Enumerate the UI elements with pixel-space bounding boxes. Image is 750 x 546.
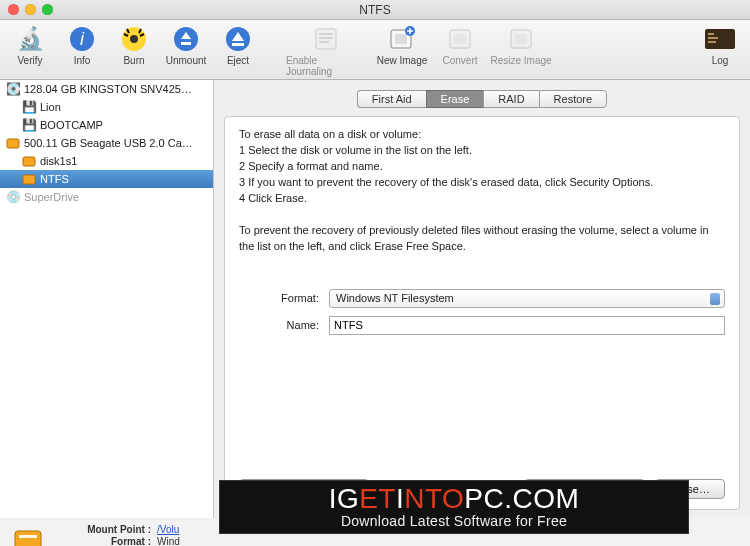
svg-rect-6 <box>316 29 336 49</box>
volume-icon: 💾 <box>22 100 36 114</box>
verify-button[interactable]: 🔬 Verify <box>8 24 52 66</box>
burn-button[interactable]: Burn <box>112 24 156 66</box>
volume-large-icon <box>12 524 44 546</box>
convert-button[interactable]: Convert <box>438 24 482 66</box>
eject-button[interactable]: Eject <box>216 24 260 66</box>
journaling-icon <box>311 24 341 54</box>
unmount-icon <box>171 24 201 54</box>
sidebar-item-disk[interactable]: 💽 128.04 GB KINGSTON SNV425… <box>0 80 213 98</box>
svg-rect-18 <box>15 531 41 546</box>
svg-rect-11 <box>454 34 466 44</box>
external-disk-icon <box>6 136 20 150</box>
new-image-button[interactable]: New Image <box>374 24 430 66</box>
sidebar-item-label: BOOTCAMP <box>40 119 103 131</box>
volume-icon <box>22 172 36 186</box>
info-button[interactable]: i Info <box>60 24 104 66</box>
sidebar-item-volume[interactable]: disk1s1 <box>0 152 213 170</box>
microscope-icon: 🔬 <box>15 24 45 54</box>
sidebar-item-volume[interactable]: 💾 BOOTCAMP <box>0 116 213 134</box>
internal-disk-icon: 💽 <box>6 82 20 96</box>
svg-rect-13 <box>515 34 527 44</box>
sidebar-item-label: Lion <box>40 101 61 113</box>
mount-point-link[interactable]: /Volu <box>157 524 180 535</box>
sidebar-item-label: SuperDrive <box>24 191 79 203</box>
burn-icon <box>119 24 149 54</box>
instructions: To erase all data on a disk or volume: 1… <box>239 127 725 255</box>
eject-icon <box>223 24 253 54</box>
sidebar-item-optical[interactable]: 💿 SuperDrive <box>0 188 213 206</box>
volume-icon: 💾 <box>22 118 36 132</box>
svg-point-3 <box>130 35 138 43</box>
resize-icon <box>506 24 536 54</box>
svg-rect-19 <box>19 535 37 538</box>
erase-panel: To erase all data on a disk or volume: 1… <box>224 116 740 510</box>
sidebar-item-disk[interactable]: 500.11 GB Seagate USB 2.0 Ca… <box>0 134 213 152</box>
tab-raid[interactable]: RAID <box>483 90 538 108</box>
enable-journaling-button[interactable]: Enable Journaling <box>286 24 366 77</box>
sidebar-item-label: 128.04 GB KINGSTON SNV425… <box>24 83 192 95</box>
watermark-brand: IGETINTOPC.COM <box>220 483 688 515</box>
watermark-tagline: Download Latest Software for Free <box>220 513 688 529</box>
resize-image-button[interactable]: Resize Image <box>490 24 552 66</box>
watermark-overlay: IGETINTOPC.COM Download Latest Software … <box>219 480 689 534</box>
sidebar-item-label: NTFS <box>40 173 69 185</box>
unmount-button[interactable]: Unmount <box>164 24 208 66</box>
sidebar-item-label: 500.11 GB Seagate USB 2.0 Ca… <box>24 137 193 149</box>
tab-restore[interactable]: Restore <box>539 90 608 108</box>
tab-bar: First Aid Erase RAID Restore <box>357 90 607 108</box>
titlebar: NTFS <box>0 0 750 20</box>
log-icon <box>705 24 735 54</box>
sidebar-item-volume-selected[interactable]: NTFS <box>0 170 213 188</box>
volume-icon <box>22 154 36 168</box>
svg-rect-8 <box>395 34 407 44</box>
sidebar-item-label: disk1s1 <box>40 155 77 167</box>
format-label: Format: <box>239 292 329 304</box>
name-label: Name: <box>239 319 329 331</box>
sidebar-item-volume[interactable]: 💾 Lion <box>0 98 213 116</box>
toolbar: 🔬 Verify i Info Burn Unmount Eject <box>0 20 750 80</box>
svg-rect-14 <box>705 29 735 49</box>
optical-icon: 💿 <box>6 190 20 204</box>
new-image-icon <box>387 24 417 54</box>
log-button[interactable]: Log <box>698 24 742 66</box>
format-select[interactable]: Windows NT Filesystem <box>329 289 725 308</box>
name-input[interactable] <box>329 316 725 335</box>
tab-erase[interactable]: Erase <box>426 90 484 108</box>
tab-first-aid[interactable]: First Aid <box>357 90 426 108</box>
svg-rect-16 <box>23 157 35 166</box>
info-icon: i <box>67 24 97 54</box>
main-pane: First Aid Erase RAID Restore To erase al… <box>214 80 750 518</box>
svg-rect-15 <box>7 139 19 148</box>
sidebar: 💽 128.04 GB KINGSTON SNV425… 💾 Lion 💾 BO… <box>0 80 214 518</box>
svg-rect-17 <box>23 175 35 184</box>
window-title: NTFS <box>0 3 750 17</box>
convert-icon <box>445 24 475 54</box>
